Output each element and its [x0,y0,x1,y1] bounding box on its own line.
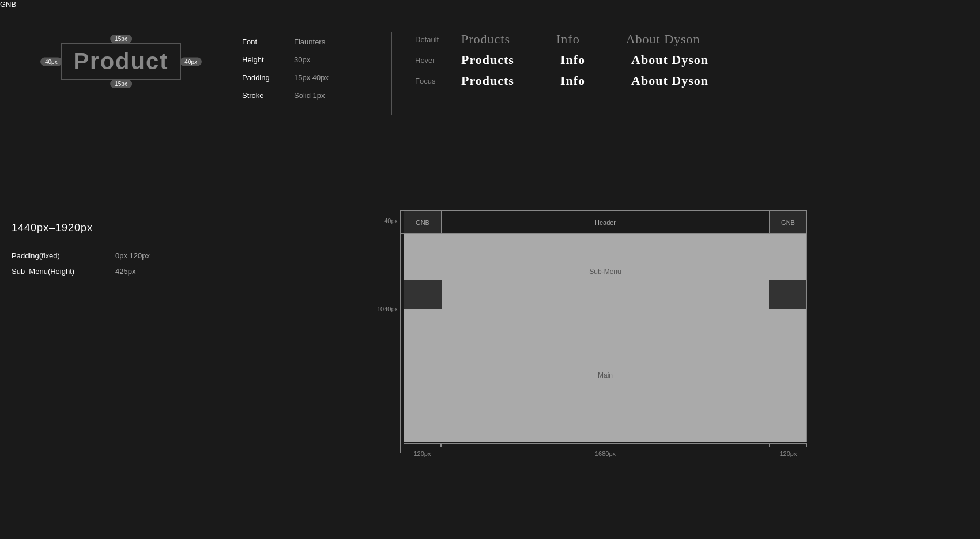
logo-preview: 15px 40px Product 40px 15px [12,32,231,91]
props-table: Padding(fixed) 0px 120px Sub–Menu(Height… [12,251,346,276]
sub-menu-area: Sub-Menu [404,234,806,309]
nav-focus-about: About Dyson [631,73,708,88]
state-row-focus: Focus Products Info About Dyson [415,73,945,88]
dimension-bottom: 120px 1680px 120px [404,450,807,457]
pill-left: 40px [40,57,62,66]
logo-text: Product [61,43,180,80]
prop-row-padding: Padding(fixed) 0px 120px [12,251,346,260]
label-40px: 40px [384,217,398,224]
bracket-right [770,443,807,447]
font-specs: Font Flaunters Height 30px Padding 15px … [231,32,392,115]
label-1040px: 1040px [377,306,398,312]
spec-value-stroke: Solid 1px [294,91,325,100]
bottom-section: 1440px–1920px Padding(fixed) 0px 120px S… [0,193,980,474]
nav-focus-info: Info [560,73,585,88]
dim-120-right: 120px [770,450,807,457]
nav-default-products: Products [461,32,510,47]
spec-row-padding: Padding 15px 40px [242,73,380,82]
state-label-hover: Hover [415,56,461,65]
state-row-hover: Hover Products Info About Dyson [415,52,945,67]
state-label-default: Default [415,35,461,44]
spec-label-stroke: Stroke [242,91,282,100]
spec-row-stroke: Stroke Solid 1px [242,91,380,100]
nav-focus-products: Products [461,73,514,88]
gnb-bar: GNB Header GNB [404,211,806,234]
pill-bottom: 15px [110,80,132,88]
bottom-left: 1440px–1920px Padding(fixed) 0px 120px S… [12,210,346,457]
nav-hover-products: Products [461,52,514,67]
bracket-left [404,443,441,447]
prop-val-padding: 0px 120px [115,251,150,260]
spec-label-padding: Padding [242,73,282,82]
nav-default-about: About Dyson [626,32,700,47]
prop-val-submenu: 425px [115,267,135,276]
diagram-frame: GNB Header GNB Sub-Menu Main [404,210,807,442]
state-row-default: Default Products Info About Dyson [415,32,945,47]
prop-row-submenu: Sub–Menu(Height) 425px [12,267,346,276]
spec-row-font: Font Flaunters [242,37,380,46]
pill-top: 15px [110,35,132,43]
state-label-focus: Focus [415,77,461,85]
nav-default-info: Info [556,32,580,47]
right-gnb-block [769,280,806,309]
bottom-right: 40px 1040px GNB Header GNB [369,210,968,457]
spec-value-height: 30px [294,55,310,64]
sub-menu-label: Sub-Menu [589,267,621,276]
main-label: Main [598,371,613,379]
dim-1680: 1680px [441,450,770,457]
main-area: Main [404,309,806,442]
dim-120-left: 120px [404,450,441,457]
prop-key-padding: Padding(fixed) [12,251,104,260]
pill-right: 40px [180,57,202,66]
spec-label-font: Font [242,37,282,46]
page-title: GNB [0,0,980,9]
spec-value-font: Flaunters [294,37,325,46]
spec-label-height: Height [242,55,282,64]
dimension-title: 1440px–1920px [12,222,346,234]
gnb-bar-center: Header [442,219,769,226]
top-section: 15px 40px Product 40px 15px Font Flaunte… [0,26,980,193]
bracket-container [404,443,807,447]
states-section: Default Products Info About Dyson Hover … [392,32,968,94]
left-gnb-block [404,280,442,309]
nav-hover-about: About Dyson [631,52,708,67]
prop-key-submenu: Sub–Menu(Height) [12,267,104,276]
gnb-bar-left: GNB [404,211,442,233]
gnb-bar-right: GNB [769,211,806,233]
diagram-container: GNB Header GNB Sub-Menu Main [404,210,807,457]
bracket-center [441,443,770,447]
spec-value-padding: 15px 40px [294,73,329,82]
nav-hover-info: Info [560,52,585,67]
spec-row-height: Height 30px [242,55,380,64]
